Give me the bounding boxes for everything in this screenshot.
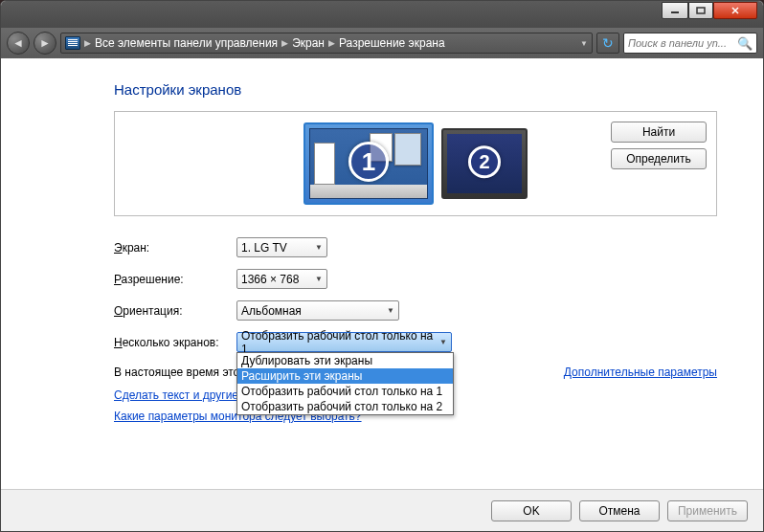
apply-button[interactable]: Применить (667, 500, 748, 521)
multiple-displays-label: Несколько экранов: (114, 336, 236, 349)
resolution-label: Разрешение: (114, 273, 236, 286)
orientation-label: Ориентация: (114, 304, 236, 318)
cancel-button[interactable]: Отмена (579, 500, 660, 521)
advanced-settings-link[interactable]: Дополнительные параметры (564, 366, 717, 379)
search-box[interactable]: 🔍 (623, 33, 757, 54)
multiple-displays-dropdown: Дублировать эти экраны Расширить эти экр… (236, 352, 454, 415)
page-title: Настройки экранов (114, 81, 717, 98)
chevron-right-icon: ▶ (84, 38, 91, 48)
breadcrumb[interactable]: Разрешение экрана (339, 36, 445, 50)
monitor-1[interactable]: 1 (303, 122, 434, 205)
maximize-button[interactable] (688, 2, 713, 19)
back-button[interactable]: ◄ (7, 32, 30, 55)
titlebar (1, 1, 763, 28)
monitor-arrangement[interactable]: 1 2 Найти Определить (114, 111, 717, 216)
breadcrumb[interactable]: Все элементы панели управления (95, 36, 278, 50)
resolution-value: 1366 × 768 (241, 273, 299, 286)
chevron-down-icon: ▼ (315, 275, 323, 283)
navigation-bar: ◄ ► ▶ Все элементы панели управления ▶ Э… (1, 28, 763, 58)
chevron-down-icon[interactable]: ▼ (580, 39, 588, 48)
dialog-footer: OK Отмена Применить (1, 489, 763, 531)
dropdown-option[interactable]: Расширить эти экраны (237, 368, 453, 384)
dropdown-option[interactable]: Отобразить рабочий стол только на 1 (237, 384, 453, 399)
control-panel-icon (65, 36, 80, 50)
ok-button[interactable]: OK (491, 500, 572, 521)
breadcrumb[interactable]: Экран (292, 36, 325, 50)
svg-rect-1 (697, 8, 705, 13)
main-display-text: В настоящее время это (114, 366, 239, 379)
refresh-button[interactable]: ↻ (596, 33, 619, 54)
monitor-number: 2 (468, 145, 501, 178)
display-settings-window: ◄ ► ▶ Все элементы панели управления ▶ Э… (0, 0, 764, 532)
multiple-displays-select[interactable]: Отобразить рабочий стол только на 1 ▼ Ду… (236, 332, 452, 352)
display-value: 1. LG TV (241, 241, 287, 255)
orientation-select[interactable]: Альбомная ▼ (236, 300, 399, 321)
display-select[interactable]: 1. LG TV ▼ (236, 237, 327, 257)
display-label: Экран: (114, 241, 236, 255)
orientation-value: Альбомная (241, 304, 302, 318)
search-input[interactable] (628, 37, 737, 49)
identify-button[interactable]: Определить (611, 148, 707, 169)
minimize-button[interactable] (662, 2, 688, 19)
chevron-right-icon: ▶ (281, 38, 288, 48)
forward-button[interactable]: ► (34, 32, 56, 55)
detect-button[interactable]: Найти (611, 122, 707, 143)
monitor-number: 1 (348, 142, 389, 182)
search-icon[interactable]: 🔍 (737, 36, 753, 51)
chevron-down-icon: ▼ (315, 243, 323, 252)
dropdown-option[interactable]: Дублировать эти экраны (237, 353, 453, 368)
chevron-right-icon: ▶ (328, 38, 335, 48)
monitor-2[interactable]: 2 (441, 128, 528, 199)
close-button[interactable] (713, 2, 757, 19)
chevron-down-icon: ▼ (387, 306, 394, 315)
chevron-down-icon: ▼ (439, 338, 447, 346)
resolution-select[interactable]: 1366 × 768 ▼ (236, 269, 327, 289)
dropdown-option[interactable]: Отобразить рабочий стол только на 2 (237, 399, 453, 414)
address-bar[interactable]: ▶ Все элементы панели управления ▶ Экран… (60, 33, 593, 54)
